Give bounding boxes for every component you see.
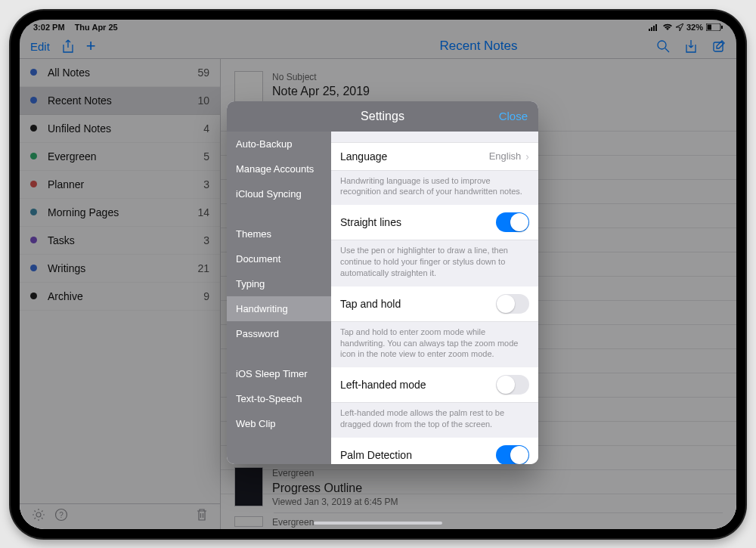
palm-detection-row[interactable]: Palm Detection: [331, 438, 538, 464]
settings-cat-web-clip[interactable]: Web Clip: [227, 411, 331, 436]
settings-categories: Auto-BackupManage AccountsiCloud Syncing…: [227, 132, 331, 464]
screen: 3:02 PM Thu Apr 25 32% Edit + Recent Not…: [20, 20, 736, 529]
settings-cat-ios-sleep-timer[interactable]: iOS Sleep Timer: [227, 361, 331, 386]
settings-cat-manage-accounts[interactable]: Manage Accounts: [227, 156, 331, 181]
settings-cat-icloud-syncing[interactable]: iCloud Syncing: [227, 181, 331, 206]
settings-cat-themes[interactable]: Themes: [227, 221, 331, 246]
straight-lines-toggle[interactable]: [496, 212, 529, 232]
settings-cat-auto-backup[interactable]: Auto-Backup: [227, 132, 331, 156]
language-row[interactable]: Language English ›: [331, 142, 538, 171]
palm-detection-toggle[interactable]: [496, 445, 529, 464]
left-handed-row[interactable]: Left-handed mode: [331, 367, 538, 403]
tap-hold-note: Tap and hold to enter zoom mode while ha…: [331, 322, 538, 368]
settings-cat-handwriting[interactable]: Handwriting: [227, 296, 331, 321]
language-value: English: [489, 150, 522, 162]
close-button[interactable]: Close: [499, 101, 528, 132]
modal-header: Settings Close: [227, 101, 538, 132]
settings-cat-text-to-speech[interactable]: Text-to-Speech: [227, 386, 331, 411]
modal-title: Settings: [361, 110, 404, 123]
settings-cat-typing[interactable]: Typing: [227, 271, 331, 296]
straight-lines-note: Use the pen or highlighter to draw a lin…: [331, 240, 538, 286]
left-handed-toggle[interactable]: [496, 375, 529, 395]
settings-cat-password[interactable]: Password: [227, 321, 331, 346]
settings-modal: Settings Close Auto-BackupManage Account…: [227, 101, 538, 464]
tap-hold-toggle[interactable]: [496, 294, 529, 314]
chevron-right-icon: ›: [525, 150, 529, 163]
home-indicator[interactable]: [314, 522, 442, 525]
ipad-frame: 3:02 PM Thu Apr 25 32% Edit + Recent Not…: [11, 11, 745, 538]
language-note: Handwriting language is used to improve …: [331, 171, 538, 206]
settings-cat-document[interactable]: Document: [227, 246, 331, 271]
left-handed-note: Left-handed mode allows the palm rest to…: [331, 403, 538, 438]
tap-hold-row[interactable]: Tap and hold: [331, 286, 538, 322]
settings-detail[interactable]: Language English › Handwriting language …: [331, 132, 538, 464]
straight-lines-row[interactable]: Straight lines: [331, 205, 538, 240]
